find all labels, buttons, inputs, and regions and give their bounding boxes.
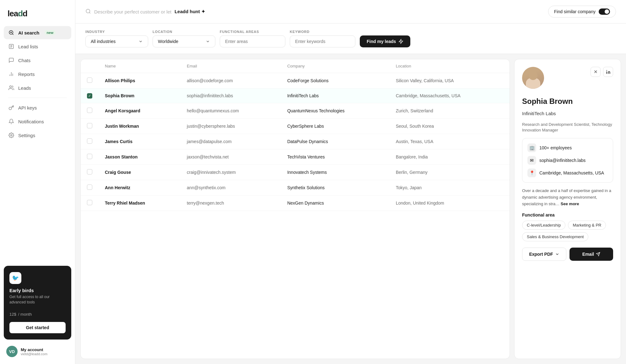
lead-name: Jaxson Stanton — [105, 154, 138, 159]
profile-name: Sophia Brown — [522, 97, 613, 106]
row-checkbox[interactable] — [87, 185, 92, 190]
lead-name: Angel Korsgaard — [105, 108, 140, 113]
user-account-label: My account — [21, 347, 47, 352]
lead-company: QuantumNexus Technologies — [287, 108, 345, 113]
lead-company: InfinitiTech Labs — [287, 93, 319, 98]
lead-location: Berlin, Germany — [396, 170, 428, 175]
industry-filter-group: INDUSTRY All industries — [85, 30, 148, 47]
ai-search-badge: new — [45, 30, 56, 35]
content-area: Name Email Company Location Allison Phil… — [75, 54, 626, 364]
lead-name: Sophia Brown — [105, 93, 134, 98]
find-similar-button[interactable]: Find similar company — [548, 6, 616, 18]
main-content: Describe your perfect customer or let Le… — [75, 0, 626, 364]
lead-company: CodeForge Solutions — [287, 78, 329, 83]
table-row[interactable]: James Curtis james@datapulse.com DataPul… — [81, 134, 510, 149]
app-logo: leadd — [0, 0, 75, 25]
row-checkbox[interactable] — [87, 200, 92, 205]
leadd-hunt-link[interactable]: Leadd hunt ✦ — [175, 9, 205, 14]
location-select-wrapper[interactable]: Worldwide — [153, 35, 215, 47]
col-email: Email — [181, 59, 281, 73]
industry-select-wrapper[interactable]: All industries — [85, 35, 148, 47]
row-checkbox[interactable] — [87, 78, 92, 83]
stat-email: ✉ sophia@infinititech.labs — [527, 156, 608, 165]
profile-actions: Export PDF Email — [522, 248, 613, 261]
bell-icon — [8, 118, 14, 125]
linkedin-link[interactable] — [603, 67, 613, 77]
see-more-link[interactable]: See more — [561, 201, 579, 206]
table-row[interactable]: Ann Herwitz ann@synthetix.com Synthetix … — [81, 180, 510, 195]
profile-social-links: ✕ — [591, 67, 613, 77]
profile-stats-card: 🏢 100+ employees ✉ sophia@infinititech.l… — [522, 138, 613, 183]
sidebar-label-notifications: Notifications — [18, 119, 44, 124]
areas-label: FUNCTIONAL AREAS — [220, 30, 285, 34]
svg-point-4 — [86, 9, 90, 13]
areas-input[interactable] — [220, 35, 285, 47]
twitter-link[interactable]: ✕ — [591, 67, 601, 77]
lead-name: Ann Herwitz — [105, 185, 130, 190]
location-select[interactable]: Worldwide — [158, 39, 203, 44]
table-row[interactable]: Jaxson Stanton jaxson@techvista.net Tech… — [81, 149, 510, 165]
lead-email: sophia@infinititech.labs — [187, 93, 233, 98]
sidebar-item-lead-lists[interactable]: Lead lists — [4, 40, 71, 53]
row-checkbox[interactable] — [87, 169, 92, 174]
table-row[interactable]: Craig Gouse craig@innivatech.system Inno… — [81, 165, 510, 180]
table-row[interactable]: ✓ Sophia Brown sophia@infinititech.labs … — [81, 88, 510, 103]
sidebar-item-settings[interactable]: Settings — [4, 129, 71, 142]
profile-bio: Over a decade and a half of expertise ga… — [522, 188, 613, 207]
sidebar-item-ai-search[interactable]: AI search new — [4, 26, 71, 39]
stat-employees: 🏢 100+ employees — [527, 143, 608, 152]
location-filter-group: LOCATION Worldwide — [153, 30, 215, 47]
export-pdf-button[interactable]: Export PDF — [522, 248, 566, 261]
report-icon — [8, 71, 14, 77]
keyword-input[interactable] — [290, 35, 355, 47]
find-similar-toggle[interactable] — [599, 8, 610, 15]
table-row[interactable]: Justin Workman justin@cybersphere.labs C… — [81, 119, 510, 134]
lead-email: jaxson@techvista.net — [187, 154, 229, 159]
functional-area-section: Functional area C-level/LeadershipMarket… — [522, 212, 613, 241]
func-tag[interactable]: Sales & Business Development — [522, 232, 588, 241]
lead-company: CyberSphere Labs — [287, 124, 324, 129]
table-row[interactable]: Terry Rhiel Madsen terry@nexgen.tech Nex… — [81, 195, 510, 211]
find-leads-button[interactable]: Find my leads — [360, 35, 410, 47]
upgrade-price: 12$ / month — [9, 309, 66, 318]
table-row[interactable]: Allison Philips allison@codeforge.com Co… — [81, 73, 510, 88]
employees-icon: 🏢 — [527, 143, 536, 152]
email-button[interactable]: Email — [569, 248, 613, 261]
row-checkbox[interactable]: ✓ — [87, 93, 92, 99]
find-similar-label: Find similar company — [554, 9, 596, 14]
get-started-button[interactable]: Get started — [9, 322, 66, 333]
sidebar-item-chats[interactable]: Chats — [4, 54, 71, 67]
user-info: My account vietd@leadd.com — [21, 347, 47, 356]
profile-role: Research and Development Scientist, Tech… — [522, 122, 613, 133]
row-checkbox[interactable] — [87, 123, 92, 128]
avatar: VD — [6, 346, 18, 357]
lead-email: james@datapulse.com — [187, 139, 232, 144]
email-icon: ✉ — [527, 156, 536, 165]
row-checkbox[interactable] — [87, 108, 92, 113]
lead-email: terry@nexgen.tech — [187, 201, 224, 206]
sidebar-item-api-keys[interactable]: API keys — [4, 101, 71, 114]
sidebar-item-reports[interactable]: Reports — [4, 67, 71, 81]
filters-row: INDUSTRY All industries LOCATION Worldwi… — [75, 24, 626, 54]
sidebar-item-leads[interactable]: Leads — [4, 81, 71, 94]
bird-icon: 🐦 — [9, 272, 21, 284]
func-tag[interactable]: C-level/Leadership — [522, 221, 565, 230]
sidebar-item-notifications[interactable]: Notifications — [4, 115, 71, 128]
keyword-filter-group: KEYWORD — [290, 30, 355, 47]
row-checkbox[interactable] — [87, 138, 92, 144]
user-profile[interactable]: VD My account vietd@leadd.com — [4, 344, 71, 359]
lead-company: NexGen Dynamics — [287, 201, 324, 206]
chat-icon — [8, 57, 14, 63]
func-tag[interactable]: Marketing & PR — [568, 221, 606, 230]
lead-location: London, United Kingdom — [396, 201, 444, 206]
upgrade-desc: Get full access to all our advanced tool… — [9, 294, 66, 305]
sidebar-label-settings: Settings — [18, 133, 35, 138]
svg-point-6 — [606, 70, 607, 71]
list-icon — [8, 43, 14, 50]
lead-company: Innovatech Systems — [287, 170, 327, 175]
row-checkbox[interactable] — [87, 154, 92, 159]
profile-avatar — [522, 67, 544, 89]
industry-select[interactable]: All industries — [91, 39, 136, 44]
table-row[interactable]: Angel Korsgaard hello@quantumnexus.com Q… — [81, 103, 510, 119]
location-icon: 📍 — [527, 169, 536, 177]
